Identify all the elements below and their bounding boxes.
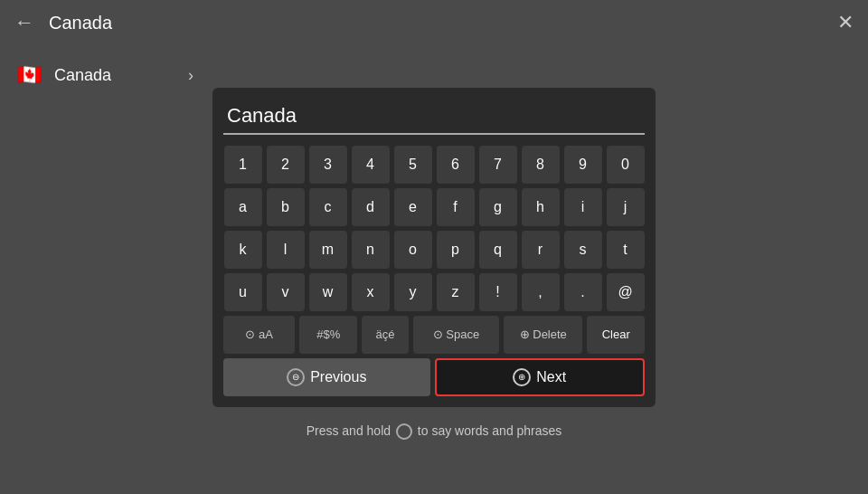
space-button[interactable]: ⊙ Space bbox=[413, 316, 499, 354]
key-2[interactable]: 2 bbox=[267, 146, 305, 184]
key-3[interactable]: 3 bbox=[309, 146, 347, 184]
key-r[interactable]: r bbox=[522, 231, 560, 269]
key-at[interactable]: @ bbox=[607, 273, 645, 311]
key-5[interactable]: 5 bbox=[394, 146, 432, 184]
key-0[interactable]: 0 bbox=[607, 146, 645, 184]
clear-button[interactable]: Clear bbox=[587, 316, 645, 354]
key-v[interactable]: v bbox=[267, 273, 305, 311]
key-g[interactable]: g bbox=[479, 188, 517, 226]
key-x[interactable]: x bbox=[352, 273, 390, 311]
key-m[interactable]: m bbox=[309, 231, 347, 269]
key-exclaim[interactable]: ! bbox=[479, 273, 517, 311]
key-t[interactable]: t bbox=[607, 231, 645, 269]
keyboard-modal: 1 2 3 4 5 6 7 8 9 0 a b c d e f g h i j … bbox=[212, 88, 656, 407]
nav-row: ⊖ Previous ⊕ Next bbox=[223, 358, 645, 396]
key-n[interactable]: n bbox=[352, 231, 390, 269]
key-k[interactable]: k bbox=[224, 231, 262, 269]
next-button[interactable]: ⊕ Next bbox=[435, 358, 646, 396]
key-l[interactable]: l bbox=[267, 231, 305, 269]
key-q[interactable]: q bbox=[479, 231, 517, 269]
key-o[interactable]: o bbox=[394, 231, 432, 269]
row-u-at: u v w x y z ! , . @ bbox=[223, 273, 645, 311]
previous-label: Previous bbox=[310, 369, 366, 385]
key-8[interactable]: 8 bbox=[522, 146, 560, 184]
key-h[interactable]: h bbox=[522, 188, 560, 226]
row-a-j: a b c d e f g h i j bbox=[223, 188, 645, 226]
key-p[interactable]: p bbox=[437, 231, 475, 269]
previous-button[interactable]: ⊖ Previous bbox=[223, 358, 430, 396]
key-j[interactable]: j bbox=[607, 188, 645, 226]
key-f[interactable]: f bbox=[437, 188, 475, 226]
next-icon: ⊕ bbox=[513, 368, 531, 386]
accents-button[interactable]: äçé bbox=[362, 316, 409, 354]
key-e[interactable]: e bbox=[394, 188, 432, 226]
previous-icon: ⊖ bbox=[287, 368, 305, 386]
hint-text: Press and hold to say words and phrases bbox=[0, 423, 868, 440]
key-y[interactable]: y bbox=[394, 273, 432, 311]
key-c[interactable]: c bbox=[309, 188, 347, 226]
row-k-t: k l m n o p q r s t bbox=[223, 231, 645, 269]
delete-button[interactable]: ⊕ Delete bbox=[504, 316, 582, 354]
key-9[interactable]: 9 bbox=[564, 146, 602, 184]
symbols-button[interactable]: #$% bbox=[299, 316, 357, 354]
next-label: Next bbox=[536, 369, 566, 385]
key-period[interactable]: . bbox=[564, 273, 602, 311]
special-row: ⊙ aA #$% äçé ⊙ Space ⊕ Delete Clear bbox=[223, 316, 645, 354]
key-6[interactable]: 6 bbox=[437, 146, 475, 184]
keyboard-input[interactable] bbox=[223, 99, 645, 135]
key-1[interactable]: 1 bbox=[224, 146, 262, 184]
abc-button[interactable]: ⊙ aA bbox=[223, 316, 295, 354]
key-4[interactable]: 4 bbox=[352, 146, 390, 184]
key-b[interactable]: b bbox=[267, 188, 305, 226]
key-d[interactable]: d bbox=[352, 188, 390, 226]
key-z[interactable]: z bbox=[437, 273, 475, 311]
keyboard-modal-overlay: 1 2 3 4 5 6 7 8 9 0 a b c d e f g h i j … bbox=[0, 0, 868, 494]
number-row: 1 2 3 4 5 6 7 8 9 0 bbox=[223, 146, 645, 184]
key-7[interactable]: 7 bbox=[479, 146, 517, 184]
key-comma[interactable]: , bbox=[522, 273, 560, 311]
hint-circle-icon bbox=[396, 423, 412, 440]
key-s[interactable]: s bbox=[564, 231, 602, 269]
key-i[interactable]: i bbox=[564, 188, 602, 226]
key-w[interactable]: w bbox=[309, 273, 347, 311]
key-a[interactable]: a bbox=[224, 188, 262, 226]
key-u[interactable]: u bbox=[224, 273, 262, 311]
